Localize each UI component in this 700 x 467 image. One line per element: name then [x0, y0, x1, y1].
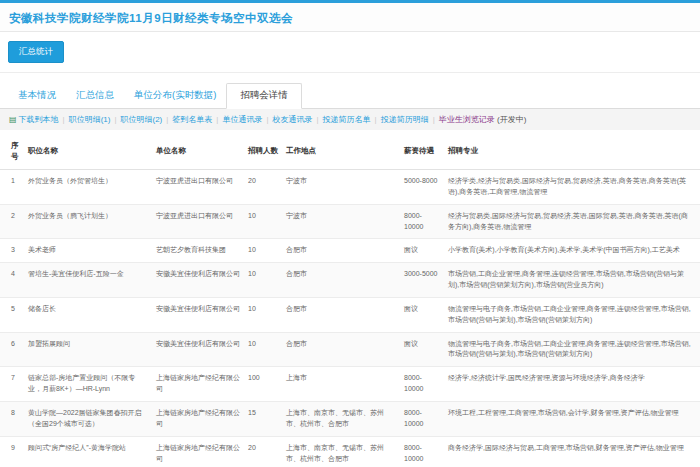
cell-count: 10 [246, 297, 284, 332]
cell-salary: 3000-5000 [402, 263, 446, 298]
cell-company: 安徽美宜佳便利店有限公司 [154, 297, 246, 332]
link-separator: | [166, 115, 168, 124]
title-bar: 安徽科技学院财经学院11月9日财经类专场空中双选会 [0, 3, 700, 32]
cell-position: 顾问式“房产经纪人”-黄海学院站 [26, 436, 154, 467]
cell-position: 黄山学院—2022届链家集团春招开启（全国29个城市可选） [26, 401, 154, 436]
summary-stats-button[interactable]: 汇总统计 [8, 41, 64, 63]
table-row: 6加盟拓展顾问安徽美宜佳便利店有限公司10合肥市面议物流管理与电子商务,市场营销… [0, 332, 700, 367]
cell-salary: 5000-8000 [402, 170, 446, 205]
toolbar-links: ▤下载到本地|职位明细(1)|职位明细(2)|签到名单表|单位通讯录|校友通讯录… [0, 109, 700, 130]
tab-unit-distribution[interactable]: 单位分布(实时数据) [124, 84, 226, 108]
cell-no: 4 [0, 263, 26, 298]
col-header-position: 职位名称 [26, 134, 154, 170]
cell-no: 9 [0, 436, 26, 467]
cell-company: 安徽美宜佳便利店有限公司 [154, 332, 246, 367]
cell-position: 储备店长 [26, 297, 154, 332]
cell-position: 外贸业务员（外贸管培生） [26, 170, 154, 205]
cell-majors: 小学教育(美术),小学教育(美术方向),美术学,美术学(中国书画方向),工艺美术 [446, 239, 700, 263]
cell-count: 20 [246, 436, 284, 467]
cell-majors: 物流管理与电子商务,市场营销,工商企业管理,商务管理,连锁经营管理,市场营销,市… [446, 332, 700, 367]
cell-majors: 市场营销,工商企业管理,商务管理,连锁经营管理,市场营销,市场营销(营销与策划)… [446, 263, 700, 298]
page-title: 安徽科技学院财经学院11月9日财经类专场空中双选会 [9, 12, 293, 24]
link-download-local[interactable]: ▤下载到本地 [9, 115, 59, 124]
link-alumni-contacts[interactable]: 校友通讯录 [273, 115, 313, 124]
table-row: 5储备店长安徽美宜佳便利店有限公司10合肥市面议物流管理与电子商务,市场营销,工… [0, 297, 700, 332]
cell-company: 上海链家房地产经纪有限公司 [154, 401, 246, 436]
link-position-detail-1[interactable]: 职位明细(1) [69, 115, 111, 124]
cell-salary: 8000-10000 [402, 401, 446, 436]
excel-icon: ▤ [9, 115, 17, 124]
col-header-no: 序号 [0, 134, 26, 170]
cell-location: 宁波市 [284, 170, 402, 205]
cell-count: 10 [246, 263, 284, 298]
col-header-salary: 薪资待遇 [402, 134, 446, 170]
link-resume-detail[interactable]: 投递简历明细 [381, 115, 429, 124]
link-separator: | [114, 115, 116, 124]
cell-no: 2 [0, 204, 26, 239]
cell-no: 7 [0, 367, 26, 402]
cell-count: 100 [246, 367, 284, 402]
table-row: 3美术老师艺朝艺夕教育科技集团10合肥市面议小学教育(美术),小学教育(美术方向… [0, 239, 700, 263]
cell-salary: 8000-10000 [402, 436, 446, 467]
toolbar: 汇总统计 [0, 32, 700, 73]
tab-basic-info[interactable]: 基本情况 [8, 84, 66, 108]
cell-salary: 面议 [402, 239, 446, 263]
cell-company: 上海链家房地产经纪有限公司 [154, 367, 246, 402]
col-header-majors: 招聘专业 [446, 134, 700, 170]
link-signin-list[interactable]: 签到名单表 [172, 115, 212, 124]
link-separator: | [375, 115, 377, 124]
cell-location: 合肥市 [284, 297, 402, 332]
cell-count: 10 [246, 332, 284, 367]
link-unit-contacts[interactable]: 单位通讯录 [222, 115, 262, 124]
tabs: 基本情况汇总信息单位分布(实时数据)招聘会详情 [0, 83, 700, 109]
cell-count: 20 [246, 170, 284, 205]
tab-summary-info[interactable]: 汇总信息 [66, 84, 124, 108]
cell-majors: 经济与贸易类,国际经济与贸易,贸易经济,英语,国际贸易,英语,商务英语,英语(商… [446, 204, 700, 239]
cell-location: 上海市 [284, 367, 402, 402]
cell-count: 10 [246, 204, 284, 239]
table-row: 4管培生-美宜佳便利店-五险一金安徽美宜佳便利店有限公司10合肥市3000-50… [0, 263, 700, 298]
cell-company: 艺朝艺夕教育科技集团 [154, 239, 246, 263]
cell-majors: 经济学类,经济与贸易类,国际经济与贸易,贸易经济,英语,商务英语,商务英语(英语… [446, 170, 700, 205]
cell-salary: 8000-10000 [402, 204, 446, 239]
tab-fair-details[interactable]: 招聘会详情 [226, 83, 302, 109]
table-row: 2外贸业务员（腾飞计划生）宁波亚虎进出口有限公司10宁波市8000-10000经… [0, 204, 700, 239]
cell-company: 宁波亚虎进出口有限公司 [154, 204, 246, 239]
link-separator: | [317, 115, 319, 124]
link-separator: | [216, 115, 218, 124]
positions-table: 序号职位名称单位名称招聘人数工作地点薪资待遇招聘专业 1外贸业务员（外贸管培生）… [0, 134, 700, 467]
link-position-detail-2[interactable]: 职位明细(2) [121, 115, 163, 124]
table-row: 8黄山学院—2022届链家集团春招开启（全国29个城市可选）上海链家房地产经纪有… [0, 401, 700, 436]
cell-majors: 物流管理与电子商务,市场营销,工商企业管理,商务管理,连锁经营管理,市场营销,市… [446, 297, 700, 332]
cell-salary: 面议 [402, 297, 446, 332]
table-row: 1外贸业务员（外贸管培生）宁波亚虎进出口有限公司20宁波市5000-8000经济… [0, 170, 700, 205]
cell-count: 15 [246, 401, 284, 436]
cell-company: 宁波亚虎进出口有限公司 [154, 170, 246, 205]
cell-location: 合肥市 [284, 332, 402, 367]
cell-position: 链家总部-房地产置业顾问（不限专业，月薪8K+）—HR-Lynn [26, 367, 154, 402]
link-suffix: (开发中) [495, 115, 527, 124]
table-row: 7链家总部-房地产置业顾问（不限专业，月薪8K+）—HR-Lynn上海链家房地产… [0, 367, 700, 402]
cell-location: 上海市、南京市、无锡市、苏州市、杭州市、合肥市 [284, 401, 402, 436]
cell-location: 宁波市 [284, 204, 402, 239]
link-resume-list[interactable]: 投递简历名单 [323, 115, 371, 124]
cell-count: 10 [246, 239, 284, 263]
cell-position: 外贸业务员（腾飞计划生） [26, 204, 154, 239]
cell-salary: 面议 [402, 332, 446, 367]
cell-company: 安徽美宜佳便利店有限公司 [154, 263, 246, 298]
link-graduate-browse-log[interactable]: 毕业生浏览记录 (开发中) [439, 115, 527, 124]
col-header-count: 招聘人数 [246, 134, 284, 170]
cell-location: 合肥市 [284, 263, 402, 298]
cell-no: 3 [0, 239, 26, 263]
table-header-row: 序号职位名称单位名称招聘人数工作地点薪资待遇招聘专业 [0, 134, 700, 170]
cell-position: 管培生-美宜佳便利店-五险一金 [26, 263, 154, 298]
table-body: 1外贸业务员（外贸管培生）宁波亚虎进出口有限公司20宁波市5000-8000经济… [0, 170, 700, 467]
cell-location: 上海市、南京市、无锡市、苏州市、杭州市、合肥市 [284, 436, 402, 467]
cell-company: 上海链家房地产经纪有限公司 [154, 436, 246, 467]
cell-no: 5 [0, 297, 26, 332]
cell-majors: 环境工程,工程管理,工商管理,市场营销,会计学,财务管理,资产评估,物业管理 [446, 401, 700, 436]
link-separator: | [433, 115, 435, 124]
cell-no: 8 [0, 401, 26, 436]
col-header-company: 单位名称 [154, 134, 246, 170]
link-separator: | [63, 115, 65, 124]
